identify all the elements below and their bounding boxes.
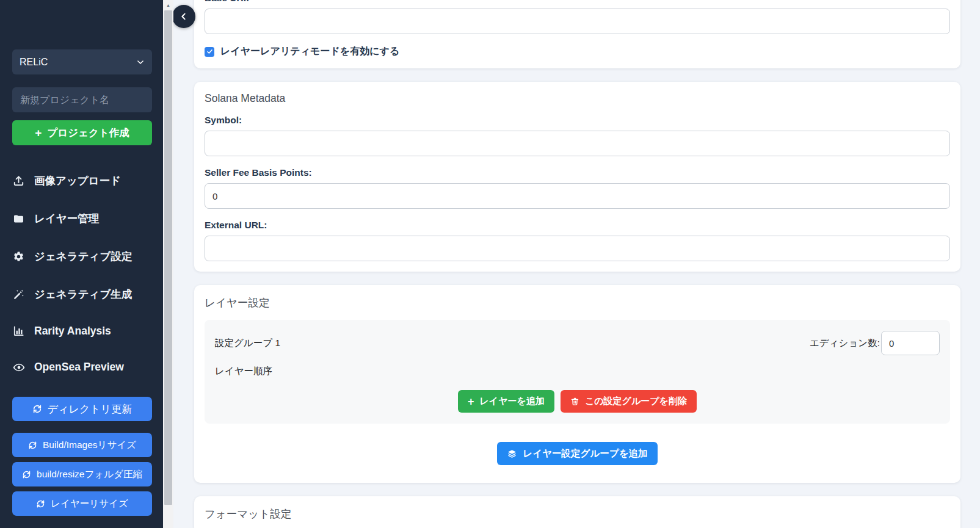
rarity-mode-checkbox[interactable] xyxy=(205,47,214,57)
project-select[interactable]: RELiC xyxy=(12,49,152,74)
refresh-icon xyxy=(36,499,45,508)
settings-group: 設定グループ 1 エディション数: レイヤー順序 + レイヤーを追加 この設定グ… xyxy=(205,320,950,424)
build-images-resize-button[interactable]: Build/Imagesリサイズ xyxy=(12,433,152,457)
sidebar-item-label: ジェネラティブ生成 xyxy=(34,287,132,302)
sidebar-item-label: OpenSea Preview xyxy=(34,361,124,374)
symbol-input[interactable] xyxy=(205,131,950,156)
sidebar-item-generative-generate[interactable]: ジェネラティブ生成 xyxy=(12,287,152,302)
layer-settings-card: レイヤー設定 設定グループ 1 エディション数: レイヤー順序 + レイヤーを追… xyxy=(194,285,960,483)
wand-icon xyxy=(12,289,25,300)
scrollbar-thumb[interactable] xyxy=(164,10,172,505)
refresh-icon xyxy=(32,404,42,414)
format-settings-title: フォーマット設定 xyxy=(205,507,950,521)
external-url-label: External URL: xyxy=(205,220,950,231)
chevron-down-icon xyxy=(136,58,145,67)
sidebar: RELiC + プロジェクト作成 画像アップロード レイヤー管理 ジェネラティブ… xyxy=(0,0,163,528)
external-url-input[interactable] xyxy=(205,236,950,261)
sidebar-item-label: ジェネラティブ設定 xyxy=(34,249,132,264)
upload-icon xyxy=(12,175,25,187)
create-project-button[interactable]: + プロジェクト作成 xyxy=(12,120,152,145)
sidebar-item-image-upload[interactable]: 画像アップロード xyxy=(12,173,152,188)
solana-metadata-card: Solana Metadata Symbol: Seller Fee Basis… xyxy=(194,82,960,272)
sidebar-item-label: 画像アップロード xyxy=(34,173,121,188)
plus-icon: + xyxy=(35,127,42,139)
chevron-left-icon xyxy=(179,12,189,21)
base-uri-label: Base URI: xyxy=(205,0,950,4)
scrollbar-up-arrow-icon[interactable]: ▲ xyxy=(163,0,173,10)
chart-bar-icon xyxy=(12,325,25,337)
build-resize-compress-button[interactable]: build/resizeフォルダ圧縮 xyxy=(12,462,152,486)
base-uri-input[interactable] xyxy=(205,9,950,34)
add-settings-group-button[interactable]: レイヤー設定グループを追加 xyxy=(497,442,657,465)
add-layer-button[interactable]: + レイヤーを追加 xyxy=(458,390,554,413)
sidebar-item-label: レイヤー管理 xyxy=(34,211,99,226)
eye-icon xyxy=(12,361,25,374)
sidebar-item-generative-settings[interactable]: ジェネラティブ設定 xyxy=(12,249,152,264)
refresh-icon xyxy=(28,441,37,450)
collapse-sidebar-button[interactable] xyxy=(173,5,195,28)
sidebar-item-layer-manage[interactable]: レイヤー管理 xyxy=(12,211,152,226)
layers-icon xyxy=(507,449,517,459)
trash-icon xyxy=(570,397,579,406)
sidebar-item-opensea-preview[interactable]: OpenSea Preview xyxy=(12,361,152,374)
symbol-label: Symbol: xyxy=(205,115,950,126)
delete-group-button[interactable]: この設定グループを削除 xyxy=(561,390,697,413)
rarity-mode-label: レイヤーレアリティモードを有効にする xyxy=(220,45,399,58)
settings-group-name: 設定グループ 1 xyxy=(215,337,280,350)
solana-metadata-title: Solana Metadata xyxy=(205,92,950,105)
layer-order-label: レイヤー順序 xyxy=(215,365,940,378)
refresh-directory-button[interactable]: ディレクトリ更新 xyxy=(12,397,152,421)
sidebar-item-label: Rarity Analysis xyxy=(34,325,111,338)
seller-fee-input[interactable] xyxy=(205,183,950,209)
edition-count-label: エディション数: xyxy=(810,337,880,350)
project-select-value: RELiC xyxy=(20,57,48,68)
format-settings-card: フォーマット設定 xyxy=(194,496,960,528)
layer-settings-title: レイヤー設定 xyxy=(205,295,950,310)
seller-fee-label: Seller Fee Basis Points: xyxy=(205,167,950,178)
folder-icon xyxy=(12,213,25,225)
layer-resize-button[interactable]: レイヤーリサイズ xyxy=(12,491,152,516)
refresh-icon xyxy=(22,470,31,479)
gear-icon xyxy=(12,251,25,262)
sidebar-scrollbar[interactable]: ▲ xyxy=(163,0,173,528)
new-project-name-input[interactable] xyxy=(12,87,152,112)
edition-count-input[interactable] xyxy=(881,331,940,355)
main-content: Base URI: レイヤーレアリティモードを有効にする Solana Meta… xyxy=(173,0,980,528)
sidebar-menu: 画像アップロード レイヤー管理 ジェネラティブ設定 ジェネラティブ生成 Rari… xyxy=(12,173,152,374)
general-settings-card: Base URI: レイヤーレアリティモードを有効にする xyxy=(194,0,960,68)
sidebar-item-rarity-analysis[interactable]: Rarity Analysis xyxy=(12,325,152,338)
plus-icon: + xyxy=(468,396,474,407)
